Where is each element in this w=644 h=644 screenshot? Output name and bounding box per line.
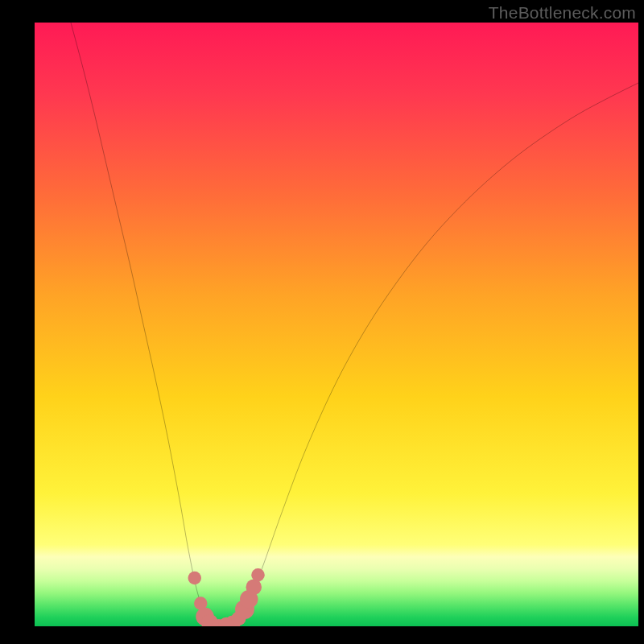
curve-marker [251, 568, 265, 582]
curve-marker [246, 580, 262, 595]
curve-marker [188, 572, 202, 585]
chart-frame: TheBottleneck.com [0, 0, 644, 644]
attribution-text: TheBottleneck.com [489, 3, 636, 23]
bottleneck-curve [35, 23, 638, 626]
plot-area [35, 23, 638, 626]
